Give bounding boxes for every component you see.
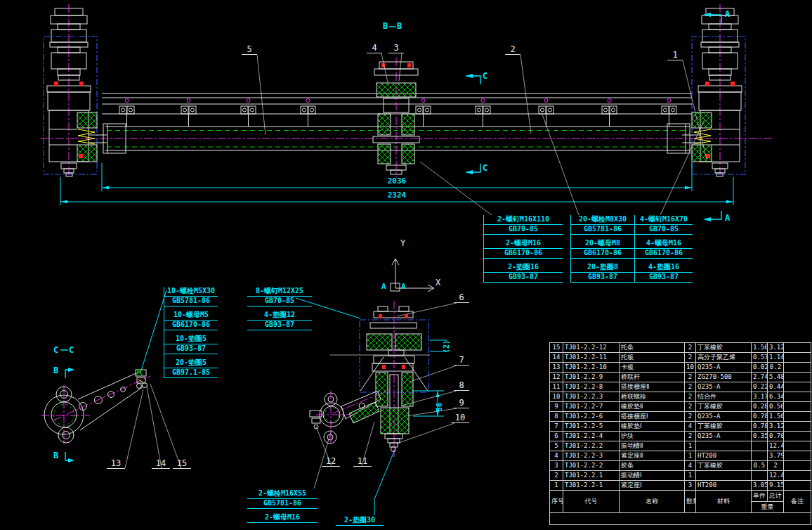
bom-cell-total: 3.12 bbox=[768, 422, 784, 432]
bom-row: 4TJ01-2.2-3紧定座Ⅱ1HT2003.79 bbox=[550, 451, 811, 461]
bom-cell-material: HT200 bbox=[696, 451, 752, 461]
section-label-cc-left: C bbox=[53, 346, 58, 354]
callout-box-m16x110: 2-螺钉M16X110GB70-852-螺母M16GB6170-862-垫圈16… bbox=[483, 215, 563, 283]
bom-cell-no: 15 bbox=[550, 343, 563, 353]
bom-cell-material: HT200 bbox=[696, 481, 752, 491]
section-label-b-lower: B bbox=[53, 451, 58, 460]
bom-row: 1TJ01-2.2-1紧定座Ⅰ3HT2003.059.15 bbox=[550, 481, 811, 491]
bom-cell-code: TJ01-2.2.3 bbox=[563, 392, 620, 402]
bom-cell-qty: 1 bbox=[685, 441, 696, 451]
callout-line: 2-螺母M16 bbox=[484, 239, 563, 249]
balloon-11: 11 bbox=[353, 457, 372, 467]
callout-line: GB93-87 bbox=[635, 273, 693, 283]
bom-cell-unit: 0.28 bbox=[752, 402, 768, 412]
bom-cell-no: 11 bbox=[550, 382, 563, 392]
bom-row: 15TJ01-2.2-12托条2丁苯橡胶1.563.12 bbox=[550, 343, 811, 353]
axis-y-label: Y bbox=[400, 239, 405, 248]
callout-middle: 8-螺钉M12X25GB70-854-垫圈12GB93-87 bbox=[247, 287, 312, 330]
callout-line: 20-螺母M8 bbox=[571, 239, 634, 249]
section-label-b-upper: B bbox=[53, 366, 58, 375]
bom-cell-material: Q235-A bbox=[696, 432, 752, 441]
bom-cell-unit bbox=[752, 451, 768, 461]
bom-cell-total: 3.79 bbox=[768, 451, 784, 461]
callout-line: GB5781-86 bbox=[164, 297, 218, 306]
bom-cell-remark bbox=[784, 392, 811, 402]
callout-line: 2-螺母M16 bbox=[247, 513, 317, 523]
callout-bottom-bolt: 2-螺栓M16X55GB5781-862-螺母M16 bbox=[247, 489, 317, 523]
bom-cell-no: 5 bbox=[550, 441, 563, 451]
bom-row: 8TJ01-2.2-6搭接横座Ⅰ2Q235-A0.781.56 bbox=[550, 412, 811, 422]
bom-cell-qty: 1 bbox=[685, 471, 696, 481]
dimension-2036: 2036 bbox=[365, 177, 428, 186]
callout-line: GB97.1-85 bbox=[164, 368, 218, 378]
cad-canvas: { "labels": { "bb_left": "B", "bb_right"… bbox=[0, 0, 812, 530]
dimension-2324: 2324 bbox=[365, 191, 428, 200]
bom-cell-total: 1.14 bbox=[768, 353, 784, 363]
bom-cell-unit: 2.74 bbox=[752, 373, 768, 382]
bom-header-qty: 数量 bbox=[685, 491, 696, 513]
bom-cell-total: 6.34 bbox=[768, 392, 784, 402]
bom-cell-unit: 1.56 bbox=[752, 343, 768, 353]
bom-row: 7TJ01-2.2-5橡胶垫Ⅰ4丁苯橡胶0.783.12 bbox=[550, 422, 811, 432]
bom-cell-qty: 2 bbox=[685, 432, 696, 441]
balloon-3: 3 bbox=[388, 44, 404, 53]
bom-cell-unit: 0.5 bbox=[752, 461, 768, 471]
section-label-cc-right: C bbox=[69, 346, 74, 354]
callout-line: 10-螺母M5 bbox=[164, 311, 218, 321]
bom-cell-no: 8 bbox=[550, 412, 563, 422]
bom-cell-name: 护块 bbox=[620, 432, 685, 441]
callout-box-m16x70: 4-螺钉M16X70GB70-854-螺母M16GB6170-864-垫圈16G… bbox=[634, 215, 693, 283]
bom-cell-unit bbox=[752, 441, 768, 451]
bom-cell-qty: 10 bbox=[685, 363, 696, 373]
bom-cell-qty: 1 bbox=[685, 451, 696, 461]
bom-cell-total: 3.12 bbox=[768, 343, 784, 353]
callout-line: 20-螺栓M8X30 bbox=[571, 215, 634, 225]
bom-cell-qty: 2 bbox=[685, 353, 696, 363]
bom-cell-remark bbox=[784, 382, 811, 392]
callout-line: GB93-87 bbox=[571, 273, 634, 283]
callout-line: 2-螺栓M16X55 bbox=[247, 489, 317, 499]
bom-cell-code: TJ01-2.2.1 bbox=[563, 471, 620, 481]
bom-cell-total: 1.56 bbox=[768, 412, 784, 422]
callout-line: 4-螺钉M16X70 bbox=[635, 215, 693, 225]
section-label-c-lower: C bbox=[483, 164, 487, 172]
bom-cell-name: 橡胶垫Ⅱ bbox=[620, 402, 685, 412]
callout-box-m8x30: 20-螺栓M8X30GB5781-8620-螺母M8GB6170-8620-垫圈… bbox=[570, 215, 634, 283]
bom-row: 9TJ01-2.2-7橡胶垫Ⅱ2丁苯橡胶0.280.56 bbox=[550, 402, 811, 412]
bom-cell-material: Q235-A bbox=[696, 382, 752, 392]
callout-line: GB6170-86 bbox=[164, 321, 218, 330]
callout-line: 4-螺母M16 bbox=[635, 239, 693, 249]
bom-cell-no: 7 bbox=[550, 422, 563, 432]
bom-row: 10TJ01-2.2.3桥联螺栓2结合件3.176.34 bbox=[550, 392, 811, 402]
callout-line: GB70-85 bbox=[635, 225, 693, 235]
bom-cell-unit: 0.22 bbox=[752, 382, 768, 392]
bom-cell-total: 5.48 bbox=[768, 373, 784, 382]
section-label-a-bottom: A bbox=[725, 214, 730, 222]
bom-cell-name: 桥联杆 bbox=[620, 373, 685, 382]
bom-cell-code: TJ01-2.2-3 bbox=[563, 451, 620, 461]
section-label-a-top: A bbox=[725, 10, 730, 18]
callout-line: 2-螺钉M16X110 bbox=[484, 215, 563, 225]
bom-cell-remark bbox=[784, 461, 811, 471]
bom-cell-remark bbox=[784, 451, 811, 461]
balloon-9: 9 bbox=[454, 399, 469, 408]
bom-cell-remark bbox=[784, 363, 811, 373]
bom-cell-qty: 4 bbox=[685, 461, 696, 471]
bom-cell-remark bbox=[784, 481, 811, 491]
bom-cell-unit: 0.78 bbox=[752, 422, 768, 432]
datum-label-a-right: A bbox=[401, 283, 406, 291]
callout-line: GB6170-86 bbox=[571, 249, 634, 259]
balloon-6: 6 bbox=[454, 293, 469, 303]
bom-cell-code: TJ01-2.2-2 bbox=[563, 461, 620, 471]
section-label-c-upper: C bbox=[483, 72, 487, 80]
bom-cell-code: TJ01-2.2-8 bbox=[563, 382, 620, 392]
bom-cell-code: TJ01-2.2.2 bbox=[563, 441, 620, 451]
balloon-8: 8 bbox=[454, 381, 469, 391]
bom-cell-material: 丁苯橡胶 bbox=[696, 402, 752, 412]
bom-cell-qty: 2 bbox=[685, 382, 696, 392]
section-label-bb-right: B bbox=[397, 22, 402, 30]
bom-cell-total: 0.2 bbox=[768, 363, 784, 373]
bom-cell-name: 托板 bbox=[620, 353, 685, 363]
bom-cell-material: 丁苯橡胶 bbox=[696, 422, 752, 432]
callout-line: 10-垫圈5 bbox=[164, 335, 218, 344]
